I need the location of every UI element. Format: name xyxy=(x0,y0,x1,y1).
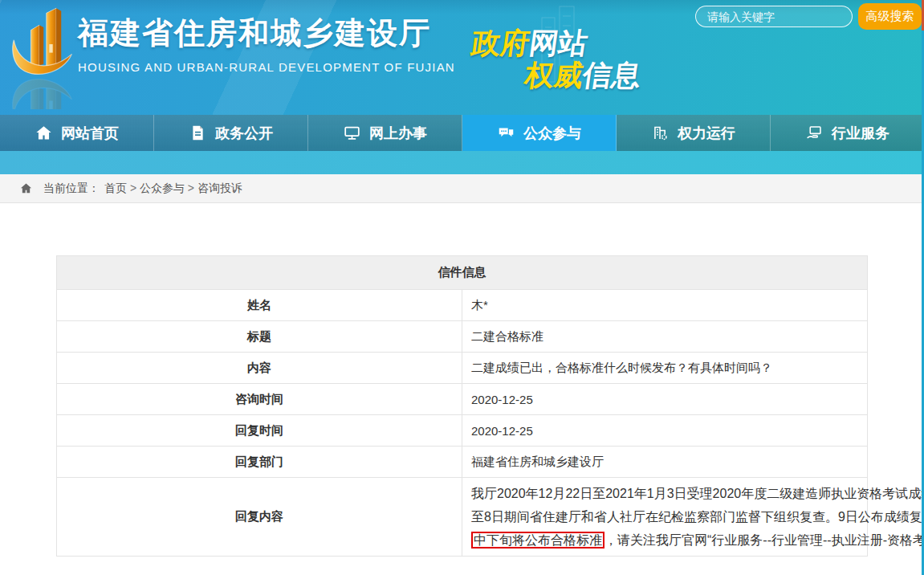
reply-line: 中下旬将公布合格标准，请关注我厅官网“行业服务--行业管理--执业注册-资格考试… xyxy=(471,528,856,552)
reply-text: ，请关注我厅官网“行业服务--行业管理--执业注册-资格考试”栏目。 xyxy=(604,533,924,547)
breadcrumb-items: 首页 > 公众参与 > 咨询投诉 xyxy=(104,181,242,196)
search-input[interactable] xyxy=(696,10,857,23)
monitor-icon xyxy=(343,124,360,142)
home-icon xyxy=(35,124,52,142)
letter-row-label: 标题 xyxy=(57,321,462,353)
letter-table: 信件信息 姓名木*标题二建合格标准内容二建成绩已出，合格标准什么时候发布？有具体… xyxy=(56,255,868,557)
breadcrumb: 当前位置： 首页 > 公众参与 > 咨询投诉 xyxy=(0,174,924,203)
reply-line: 至8日期间省住建厅和省人社厅在纪检监察部门监督下组织复查。9日公布成绩复查结果，… xyxy=(471,505,856,528)
nav-item-5[interactable]: 权力运行 xyxy=(617,115,771,151)
chat-icon xyxy=(497,124,515,142)
letter-row-value: 二建成绩已出，合格标准什么时候发布？有具体时间吗？ xyxy=(462,353,868,384)
nav-item-label: 公众参与 xyxy=(523,124,581,143)
letter-row: 回复部门福建省住房和城乡建设厅 xyxy=(57,447,868,478)
letter-row-label: 咨询时间 xyxy=(57,384,462,415)
nav-item-3[interactable]: 网上办事 xyxy=(308,115,462,151)
slogan-line2-rest: 信息 xyxy=(580,59,643,92)
letter-row: 姓名木* xyxy=(57,290,868,321)
building-gear-icon xyxy=(651,124,669,142)
nav-item-1[interactable]: 网站首页 xyxy=(0,115,154,151)
nav-item-label: 网站首页 xyxy=(61,124,119,143)
slogan-line1-em: 政府 xyxy=(470,27,532,59)
reply-content-value: 我厅2020年12月22日至2021年1月3日受理2020年度二级建造师执业资格… xyxy=(462,478,868,557)
letter-row-value: 2020-12-25 xyxy=(462,415,868,447)
reply-highlight: 中下旬将公布合格标准 xyxy=(471,532,604,548)
letter-row-label: 回复部门 xyxy=(57,447,462,478)
nav-item-label: 政务公开 xyxy=(215,124,273,143)
slogan-line1-rest: 网站 xyxy=(527,27,590,59)
reply-text: 我厅2020年12月22日至2021年1月3日受理2020年度二级建造师执业资格… xyxy=(471,487,924,500)
breadcrumb-link-1[interactable]: 首页 xyxy=(104,181,127,194)
breadcrumb-separator: > xyxy=(185,181,197,194)
breadcrumb-home-icon xyxy=(20,182,32,194)
letter-table-title: 信件信息 xyxy=(57,256,868,290)
reply-content-label: 回复内容 xyxy=(57,478,462,557)
site-slogan: 政府网站 权威信息 xyxy=(466,29,648,90)
site-identity: 福建省住房和城乡建设厅 HOUSING AND URBAN-RURAL DEVE… xyxy=(78,13,455,74)
site-logo[interactable] xyxy=(10,3,80,109)
breadcrumb-link-2[interactable]: 公众参与 xyxy=(140,181,185,194)
search-box xyxy=(695,6,853,27)
breadcrumb-link-3[interactable]: 咨询投诉 xyxy=(197,181,242,194)
letter-row: 咨询时间2020-12-25 xyxy=(57,384,868,415)
site-header: 福建省住房和城乡建设厅 HOUSING AND URBAN-RURAL DEVE… xyxy=(0,0,924,115)
reply-line: 我厅2020年12月22日至2021年1月3日受理2020年度二级建造师执业资格… xyxy=(471,482,856,505)
letter-row-label: 回复时间 xyxy=(57,415,462,447)
nav-item-label: 行业服务 xyxy=(832,124,889,143)
main-content: 信件信息 姓名木*标题二建合格标准内容二建成绩已出，合格标准什么时候发布？有具体… xyxy=(0,203,924,557)
reply-text: 至8日期间省住建厅和省人社厅在纪检监察部门监督下组织复查。9日公布成绩复查结果， xyxy=(471,510,924,524)
nav-item-label: 权力运行 xyxy=(678,124,735,143)
letter-row: 内容二建成绩已出，合格标准什么时候发布？有具体时间吗？ xyxy=(57,353,868,384)
nav-substrip xyxy=(0,151,924,174)
letter-row-value: 2020-12-25 xyxy=(462,384,868,415)
breadcrumb-prefix: 当前位置： xyxy=(43,181,100,196)
letter-row-value: 福建省住房和城乡建设厅 xyxy=(462,447,868,478)
breadcrumb-separator: > xyxy=(127,181,140,194)
nav-item-2[interactable]: 政务公开 xyxy=(154,115,308,151)
document-icon xyxy=(189,124,206,142)
nav-item-4[interactable]: 公众参与 xyxy=(462,115,617,151)
site-subtitle: HOUSING AND URBAN-RURAL DEVELOPMENT OF F… xyxy=(78,60,455,74)
slogan-line2-em: 权威 xyxy=(523,59,585,92)
letter-row-value: 木* xyxy=(462,290,868,321)
letter-row-label: 内容 xyxy=(57,353,462,384)
main-nav: 网站首页政务公开网上办事公众参与权力运行行业服务 xyxy=(0,115,924,151)
advanced-search-button[interactable]: 高级搜索 xyxy=(858,3,922,30)
service-icon xyxy=(805,124,823,142)
site-title: 福建省住房和城乡建设厅 xyxy=(78,13,455,54)
letter-row-value: 二建合格标准 xyxy=(462,321,868,353)
letter-row: 回复时间2020-12-25 xyxy=(57,415,868,447)
letter-row: 标题二建合格标准 xyxy=(57,321,868,353)
nav-item-6[interactable]: 行业服务 xyxy=(771,115,924,151)
letter-table-header-row: 信件信息 xyxy=(57,256,868,290)
letter-row-label: 姓名 xyxy=(57,290,462,321)
reply-content-row: 回复内容 我厅2020年12月22日至2021年1月3日受理2020年度二级建造… xyxy=(57,478,868,557)
nav-item-label: 网上办事 xyxy=(369,124,427,143)
